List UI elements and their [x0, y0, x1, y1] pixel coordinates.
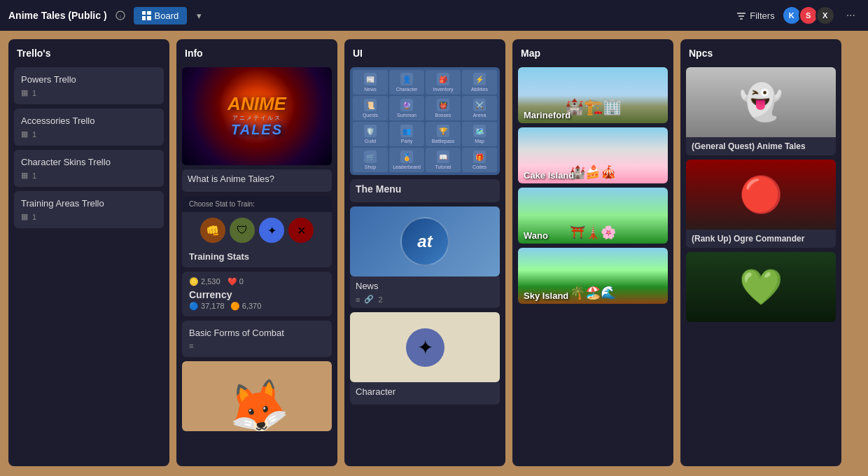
- card-anime-tales-logo[interactable]: ANIME アニメテイルス TALES: [182, 67, 332, 165]
- news-title-card: News ≡ 🔗 2: [350, 276, 500, 308]
- card-accessories-trello[interactable]: Accessories Trello ▦ 1: [14, 108, 164, 146]
- ogre-commander-label: (Rank Up) Ogre Commander: [686, 230, 836, 248]
- menu-cell-inventory: 🎒Inventory: [426, 70, 461, 94]
- menu-cell-abilities: ⚡Abilities: [462, 70, 497, 94]
- marineford-label: Marineford: [518, 107, 668, 123]
- star-icon: ✦: [259, 218, 284, 243]
- gon-emoji: 💚: [739, 267, 783, 307]
- list-icon: ≡: [189, 342, 193, 350]
- card-meta: ▦ 1: [21, 212, 157, 221]
- more-options-button[interactable]: ···: [842, 8, 860, 23]
- column-map: Map Marineford Cake Island Wano Sky Isla…: [512, 39, 673, 466]
- card-title: Basic Forms of Combat: [189, 328, 325, 338]
- menu-cell-leaderboard: 🏅Leaderboard: [389, 148, 424, 172]
- news-image: at: [350, 206, 500, 276]
- filters-button[interactable]: Filters: [736, 10, 774, 21]
- news-logo-bg: at: [350, 206, 500, 276]
- menu-cell-battlepass: 🏆Battlepass: [426, 122, 461, 146]
- character-title-card: Character: [350, 382, 500, 405]
- card-meta: ▦ 1: [21, 130, 157, 139]
- menu-cell-arena: ⚔️Arena: [462, 96, 497, 120]
- menu-title: The Menu: [356, 183, 494, 195]
- card-meta: ≡: [189, 342, 325, 350]
- character-icon-circle: ✦: [406, 328, 444, 367]
- view-dropdown-button[interactable]: ▾: [192, 8, 206, 24]
- character-image: ✦: [350, 312, 500, 382]
- sky-island-label: Sky Island: [518, 288, 668, 304]
- card-ogre-commander-npc[interactable]: 🔴 (Rank Up) Ogre Commander: [686, 160, 836, 248]
- currency-bottom: 🔵 37,178 🟠 6,370: [189, 302, 325, 311]
- card-currency[interactable]: 🪙 2,530 ❤️ 0 Currency 🔵 37,178 🟠 6,370: [182, 272, 332, 316]
- card-title: Powers Trello: [21, 74, 157, 85]
- character-icon-bg: ✦: [350, 312, 500, 382]
- menu-cell-character: 👤Character: [389, 70, 424, 94]
- svg-rect-3: [147, 11, 151, 15]
- column-header-info: Info: [176, 39, 337, 64]
- news-title: News: [356, 281, 494, 291]
- character-title: Character: [356, 386, 494, 397]
- card-news[interactable]: at News ≡ 🔗 2: [350, 206, 500, 308]
- currency-top: 🪙 2,530 ❤️ 0: [189, 277, 325, 286]
- card-gon-npc[interactable]: 💚: [686, 252, 836, 322]
- board-label: Board: [155, 10, 179, 21]
- ogre-commander-image: 🔴: [686, 160, 836, 230]
- news-list-icon: ≡: [356, 295, 360, 304]
- card-icon: ▦: [21, 212, 28, 221]
- news-logo-text: at: [417, 232, 432, 251]
- card-training-stats[interactable]: Choose Stat to Train: 👊 🛡 ✦ ✕ Training S…: [182, 196, 332, 267]
- menu-cell-codes: 🎁Codes: [462, 148, 497, 172]
- menu-title-card: The Menu: [350, 179, 500, 202]
- menu-cell-quests: 📜Quests: [353, 96, 388, 120]
- anime-title: ANIME: [227, 94, 286, 113]
- card-sky-island[interactable]: Sky Island: [518, 248, 668, 304]
- menu-cell-map: 🗺️Map: [462, 122, 497, 146]
- card-character[interactable]: ✦ Character: [350, 312, 500, 405]
- menu-cell-guild: 🛡️Guild: [353, 122, 388, 146]
- column-ui: UI 📰News 👤Character 🎒Inventory ⚡Abilitie…: [344, 39, 505, 466]
- card-icon: ▦: [21, 130, 28, 139]
- card-powers-trello[interactable]: Powers Trello ▦ 1: [14, 67, 164, 104]
- nav-info-button[interactable]: i: [113, 8, 128, 23]
- avatar-x: X: [816, 6, 835, 25]
- menu-cell-news: 📰News: [353, 70, 388, 94]
- card-title: Training Areas Trello: [21, 198, 157, 209]
- column-content-info: ANIME アニメテイルス TALES What is Anime Tales?…: [176, 64, 337, 466]
- card-wano[interactable]: Wano: [518, 188, 668, 244]
- column-header-ui: UI: [344, 39, 505, 64]
- currency-icon1: 🪙 2,530: [189, 277, 220, 286]
- card-marineford[interactable]: Marineford: [518, 67, 668, 123]
- card-subtitle: What is Anime Tales?: [188, 174, 326, 184]
- avatar-group: K S X: [782, 6, 835, 25]
- column-trellos: Trello's Powers Trello ▦ 1 Accessories T…: [8, 39, 169, 466]
- menu-cell-party: 👥Party: [389, 122, 424, 146]
- card-general-quest-npc[interactable]: 👻 (General Quest) Anime Tales: [686, 67, 836, 155]
- card-icon: ▦: [21, 171, 28, 180]
- general-quest-emoji: 👻: [739, 82, 783, 122]
- card-character-skins-trello[interactable]: Character Skins Trello ▦ 1: [14, 150, 164, 187]
- shield-icon: 🛡: [230, 218, 255, 243]
- board-view-button[interactable]: Board: [134, 7, 188, 24]
- attachment-icon: 🔗: [364, 295, 374, 304]
- menu-grid: 📰News 👤Character 🎒Inventory ⚡Abilities 📜…: [353, 70, 497, 172]
- column-npcs: Npcs 👻 (General Quest) Anime Tales 🔴 (Ra…: [680, 39, 841, 466]
- ogre-commander-emoji: 🔴: [739, 174, 783, 215]
- card-basic-forms[interactable]: Basic Forms of Combat ≡: [182, 321, 332, 357]
- card-what-is-anime-tales[interactable]: What is Anime Tales?: [182, 169, 332, 192]
- fox-icon: 🦊: [223, 377, 291, 431]
- menu-grid-inner: 📰News 👤Character 🎒Inventory ⚡Abilities 📜…: [350, 67, 500, 175]
- card-cake-island[interactable]: Cake Island: [518, 127, 668, 183]
- menu-cell-shop: 🛒Shop: [353, 148, 388, 172]
- cake-island-label: Cake Island: [518, 167, 668, 183]
- card-menu-grid[interactable]: 📰News 👤Character 🎒Inventory ⚡Abilities 📜…: [350, 67, 500, 202]
- nav-title: Anime Tales (Public ): [8, 10, 107, 21]
- card-fox-decoration[interactable]: 🦊: [182, 361, 332, 431]
- currency-icon2: ❤️ 0: [227, 277, 244, 286]
- card-count: 1: [32, 213, 36, 221]
- svg-text:i: i: [120, 13, 121, 20]
- currency-val3: 🔵 37,178: [189, 302, 225, 311]
- card-training-areas-trello[interactable]: Training Areas Trello ▦ 1: [14, 191, 164, 228]
- card-icon: ▦: [21, 88, 28, 97]
- card-count: 1: [32, 130, 36, 139]
- column-content-map: Marineford Cake Island Wano Sky Island: [512, 64, 673, 466]
- menu-cell-summon: 🔮Summon: [389, 96, 424, 120]
